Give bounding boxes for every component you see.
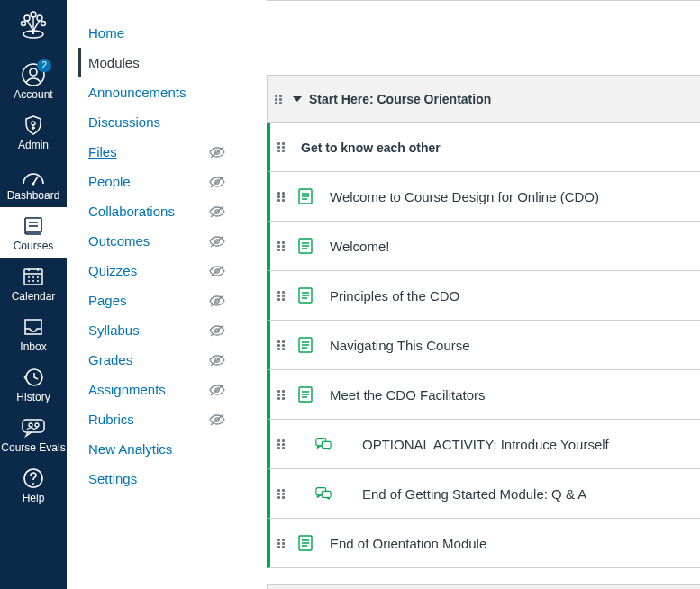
drag-handle-icon[interactable]: [277, 142, 286, 152]
drag-handle-icon[interactable]: [277, 340, 286, 350]
svg-rect-34: [322, 441, 331, 448]
hidden-eye-icon: [209, 146, 225, 159]
collapse-caret-icon[interactable]: [293, 96, 302, 102]
gauge-icon: [22, 166, 45, 186]
hidden-eye-icon: [209, 413, 225, 426]
svg-point-4: [41, 22, 46, 26]
hidden-eye-icon: [209, 205, 225, 218]
page-icon: [297, 237, 314, 255]
course-nav-collaborations[interactable]: Collaborations: [88, 196, 225, 226]
drag-handle-icon[interactable]: [277, 241, 286, 251]
subheader-title: Get to know each other: [295, 140, 441, 155]
item-title: End of Getting Started Module: Q & A: [332, 486, 586, 502]
module-item[interactable]: End of Getting Started Module: Q & A: [267, 469, 700, 519]
shield-key-icon: [23, 114, 44, 136]
course-nav-files[interactable]: Files: [88, 137, 225, 167]
nav-course-evals[interactable]: Course Evals: [0, 409, 67, 459]
page-icon: [297, 336, 314, 354]
discussion-icon: [315, 485, 332, 503]
global-nav: 2 Account Admin Dashboard Courses Calend…: [0, 0, 67, 589]
svg-point-7: [30, 68, 37, 76]
clock-history-icon: [23, 367, 44, 388]
hidden-eye-icon: [209, 324, 225, 337]
svg-rect-36: [322, 491, 331, 497]
item-title: Meet the CDO Facilitators: [314, 387, 486, 403]
discussion-icon: [315, 435, 332, 453]
svg-point-3: [22, 22, 26, 26]
course-nav-syllabus[interactable]: Syllabus: [88, 315, 225, 345]
nav-inbox[interactable]: Inbox: [0, 308, 67, 358]
course-nav: Home Modules Announcements Discussions F…: [67, 0, 236, 589]
item-title: End of Orientation Module: [314, 536, 486, 551]
course-nav-quizzes[interactable]: Quizzes: [88, 256, 225, 285]
page-icon: [297, 187, 314, 205]
page-icon: [297, 286, 314, 304]
nav-admin[interactable]: Admin: [0, 106, 67, 157]
module-item[interactable]: Meet the CDO Facilitators: [267, 370, 700, 420]
nav-history[interactable]: History: [0, 358, 67, 409]
item-title: Navigating This Course: [314, 338, 470, 353]
module-item[interactable]: Navigating This Course: [267, 321, 700, 370]
module-header-next[interactable]: Webinar 1: Welcome (October 22): [267, 584, 700, 589]
help-circle-icon: [23, 467, 44, 489]
page-icon: [297, 534, 314, 552]
course-nav-people[interactable]: People: [88, 167, 225, 196]
inbox-icon: [23, 317, 44, 337]
hidden-eye-icon: [209, 265, 225, 277]
module-item[interactable]: OPTIONAL ACTIVITY: Introduce Yourself: [267, 420, 700, 469]
drag-handle-icon[interactable]: [277, 291, 286, 301]
nav-calendar[interactable]: Calendar: [0, 258, 67, 308]
module-item[interactable]: Welcome!: [267, 222, 700, 271]
nav-dashboard[interactable]: Dashboard: [0, 157, 67, 207]
course-nav-new-analytics[interactable]: New Analytics: [88, 434, 225, 464]
hidden-eye-icon: [209, 384, 225, 396]
svg-point-14: [29, 423, 32, 427]
item-title: OPTIONAL ACTIVITY: Introduce Yourself: [332, 437, 609, 452]
module-header[interactable]: Start Here: Course Orientation: [267, 75, 700, 123]
course-nav-grades[interactable]: Grades: [88, 345, 225, 375]
module-title: Start Here: Course Orientation: [309, 92, 491, 106]
course-nav-discussions[interactable]: Discussions: [88, 107, 225, 137]
course-nav-outcomes[interactable]: Outcomes: [88, 226, 225, 256]
nav-help[interactable]: Help: [0, 459, 67, 510]
nav-account[interactable]: 2 Account: [0, 56, 67, 106]
module-item[interactable]: Principles of the CDO: [267, 271, 700, 321]
svg-point-17: [32, 483, 34, 485]
account-badge: 2: [37, 59, 51, 72]
svg-point-8: [32, 122, 35, 125]
item-title: Principles of the CDO: [314, 288, 459, 304]
drag-handle-icon[interactable]: [277, 489, 286, 499]
svg-point-9: [32, 183, 35, 186]
item-title: Welcome to Course Design for Online (CDO…: [314, 189, 599, 204]
course-nav-rubrics[interactable]: Rubrics: [88, 404, 225, 434]
module-subheader[interactable]: Get to know each other: [267, 123, 700, 172]
course-nav-modules[interactable]: Modules: [78, 48, 225, 77]
calendar-icon: [23, 267, 44, 286]
item-title: Welcome!: [314, 239, 389, 254]
drag-handle-icon[interactable]: [277, 390, 286, 400]
institution-logo[interactable]: [13, 5, 54, 47]
module-item[interactable]: Welcome to Course Design for Online (CDO…: [267, 172, 700, 222]
course-nav-assignments[interactable]: Assignments: [88, 375, 225, 404]
module-item[interactable]: End of Orientation Module: [267, 519, 700, 568]
hidden-eye-icon: [209, 294, 225, 307]
course-nav-home[interactable]: Home: [88, 18, 225, 48]
hidden-eye-icon: [209, 235, 225, 248]
course-nav-announcements[interactable]: Announcements: [88, 77, 225, 107]
drag-handle-icon[interactable]: [275, 95, 284, 104]
svg-rect-13: [23, 420, 44, 432]
page-icon: [297, 385, 314, 403]
drag-handle-icon[interactable]: [277, 539, 286, 548]
course-nav-pages[interactable]: Pages: [88, 285, 225, 315]
hidden-eye-icon: [209, 176, 225, 188]
drag-handle-icon[interactable]: [277, 439, 286, 449]
drag-handle-icon[interactable]: [277, 192, 286, 202]
people-chat-icon: [21, 417, 46, 439]
svg-point-15: [35, 423, 39, 427]
svg-rect-10: [25, 218, 41, 232]
book-icon: [23, 216, 44, 236]
hidden-eye-icon: [209, 354, 225, 367]
course-nav-settings[interactable]: Settings: [88, 464, 225, 494]
modules-main: Start Here: Course Orientation Get to kn…: [267, 0, 700, 589]
nav-courses[interactable]: Courses: [0, 207, 67, 258]
